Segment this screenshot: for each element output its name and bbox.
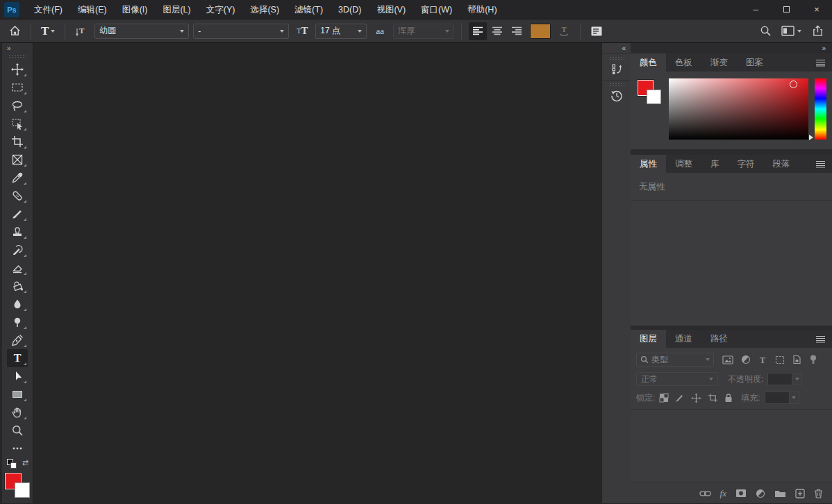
anti-alias-select[interactable]: 浑厚: [393, 24, 454, 39]
panels-collapse[interactable]: »: [631, 43, 832, 53]
menu-window[interactable]: 窗口(W): [413, 0, 460, 19]
lasso-tool[interactable]: [7, 96, 28, 115]
background-color-swatch[interactable]: [647, 90, 661, 104]
filter-adjustment-layers-icon[interactable]: [741, 355, 751, 364]
tab-channels[interactable]: 通道: [666, 330, 701, 348]
menu-view[interactable]: 视图(V): [369, 0, 413, 19]
text-color-swatch[interactable]: [530, 24, 551, 39]
filter-type-layers-icon[interactable]: T: [758, 355, 767, 364]
tab-paths[interactable]: 路径: [701, 330, 737, 348]
layer-filtering-toggle[interactable]: [809, 354, 817, 365]
tab-adjustments[interactable]: 调整: [666, 155, 701, 173]
menu-type[interactable]: 文字(Y): [199, 0, 243, 19]
swap-colors-icon[interactable]: ⇄: [22, 458, 28, 467]
rectangle-shape-tool[interactable]: [7, 385, 28, 403]
lock-pixels-icon[interactable]: [675, 393, 685, 403]
fill-dropdown-button[interactable]: [790, 392, 799, 404]
layer-style-icon[interactable]: fx: [720, 488, 726, 499]
dock-collapse[interactable]: «: [602, 43, 631, 53]
toolbar-collapse[interactable]: »: [2, 43, 33, 53]
add-adjustment-layer-icon[interactable]: [756, 489, 765, 498]
clone-stamp-tool[interactable]: [7, 223, 28, 241]
menu-3d[interactable]: 3D(D): [331, 0, 369, 19]
panel-menu-icon[interactable]: [815, 59, 826, 67]
align-center-button[interactable]: [488, 22, 506, 40]
tab-color[interactable]: 颜色: [631, 53, 666, 72]
share-button[interactable]: [808, 22, 826, 40]
rectangular-marquee-tool[interactable]: [7, 78, 28, 96]
menu-help[interactable]: 帮助(H): [460, 0, 504, 19]
panel-menu-icon[interactable]: [815, 335, 826, 343]
frame-tool[interactable]: [7, 151, 28, 169]
warp-text-button[interactable]: T: [555, 22, 573, 40]
eraser-tool[interactable]: [7, 259, 28, 277]
blur-tool[interactable]: [7, 295, 28, 313]
saturation-brightness-field[interactable]: [669, 78, 808, 140]
lock-transparency-icon[interactable]: [659, 393, 669, 403]
tab-swatches[interactable]: 色板: [666, 53, 701, 72]
menu-select[interactable]: 选择(S): [242, 0, 287, 19]
lock-all-icon[interactable]: [724, 393, 733, 403]
font-size-select[interactable]: 17 点: [315, 24, 367, 39]
filter-pixel-layers-icon[interactable]: [722, 355, 733, 364]
minimize-button[interactable]: –: [740, 0, 771, 19]
menu-edit[interactable]: 编辑(E): [70, 0, 115, 19]
panel-menu-icon[interactable]: [815, 160, 826, 168]
gradient-tool[interactable]: [7, 277, 28, 295]
close-button[interactable]: ×: [801, 0, 832, 19]
menu-layer[interactable]: 图层(L): [155, 0, 198, 19]
menu-filter[interactable]: 滤镜(T): [287, 0, 331, 19]
object-selection-tool[interactable]: [7, 115, 28, 133]
background-color-swatch[interactable]: [15, 482, 30, 498]
lock-artboard-icon[interactable]: [708, 393, 718, 403]
actions-panel-button[interactable]: [602, 53, 631, 80]
maximize-button[interactable]: [771, 0, 801, 19]
eyedropper-tool[interactable]: [7, 169, 28, 187]
lock-position-icon[interactable]: [691, 393, 701, 403]
font-style-select[interactable]: -: [193, 24, 289, 39]
hue-slider[interactable]: [815, 78, 826, 140]
tab-layers[interactable]: 图层: [631, 330, 666, 348]
layer-filter-type-select[interactable]: 类型: [636, 353, 714, 367]
tab-gradients[interactable]: 渐变: [701, 53, 737, 72]
align-left-button[interactable]: [469, 22, 487, 40]
move-tool[interactable]: [7, 60, 28, 78]
crop-tool[interactable]: [7, 133, 28, 151]
fill-select[interactable]: [765, 392, 799, 404]
zoom-tool[interactable]: [7, 421, 28, 439]
toggle-panels-button[interactable]: [588, 22, 606, 40]
path-selection-tool[interactable]: [7, 367, 28, 385]
edit-toolbar-button[interactable]: [7, 439, 28, 457]
dodge-tool[interactable]: [7, 313, 28, 331]
home-button[interactable]: [6, 22, 24, 40]
pen-tool[interactable]: [7, 331, 28, 349]
menu-image[interactable]: 图像(I): [115, 0, 156, 19]
current-tool-preset[interactable]: T: [38, 24, 58, 38]
history-brush-tool[interactable]: [7, 241, 28, 259]
type-tool[interactable]: T: [7, 349, 28, 367]
opacity-dropdown-button[interactable]: [792, 373, 802, 385]
filter-shape-layers-icon[interactable]: [775, 355, 785, 364]
tab-character[interactable]: 字符: [729, 155, 764, 173]
color-picker-circle[interactable]: [790, 81, 797, 88]
menu-file[interactable]: 文件(F): [26, 0, 70, 19]
font-family-select[interactable]: 幼圆: [94, 24, 189, 39]
link-layers-icon[interactable]: [699, 489, 711, 498]
spot-healing-brush-tool[interactable]: [7, 187, 28, 205]
search-button[interactable]: [756, 22, 774, 40]
canvas-area[interactable]: [33, 43, 601, 503]
tab-libraries[interactable]: 库: [701, 155, 729, 173]
layers-list-empty[interactable]: [631, 410, 832, 482]
history-panel-button[interactable]: [602, 80, 631, 106]
opacity-select[interactable]: [767, 373, 802, 385]
filter-smart-objects-icon[interactable]: [792, 355, 801, 364]
new-layer-icon[interactable]: [795, 489, 805, 498]
delete-layer-icon[interactable]: [814, 489, 823, 498]
workspace-switcher[interactable]: [781, 26, 801, 36]
brush-tool[interactable]: [7, 205, 28, 223]
align-right-button[interactable]: [508, 22, 526, 40]
blend-mode-select[interactable]: 正常: [636, 372, 718, 386]
add-layer-mask-icon[interactable]: [735, 489, 747, 498]
tab-properties[interactable]: 属性: [631, 155, 666, 173]
tab-patterns[interactable]: 图案: [737, 53, 772, 72]
